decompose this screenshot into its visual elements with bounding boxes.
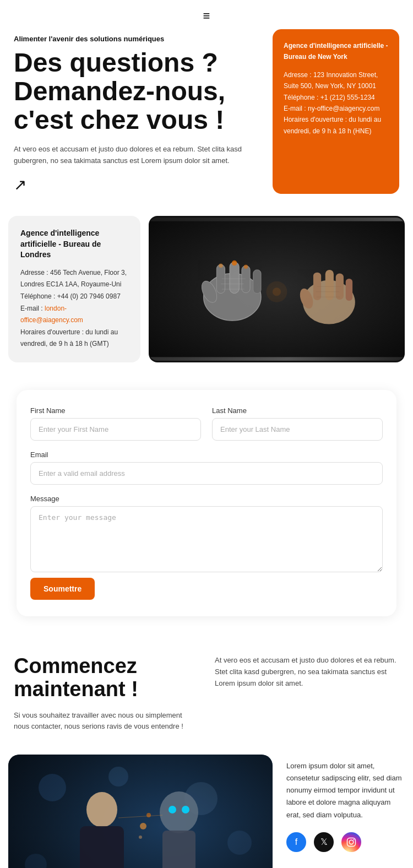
first-name-group: First Name [30, 406, 201, 441]
cta-title: Commencez maintenant ! [14, 655, 198, 701]
svg-rect-17 [346, 279, 352, 301]
ny-card-email: E-mail : ny-office@aiagency.com [284, 103, 388, 114]
contact-form-section: First Name Last Name Email Message Soume… [0, 362, 413, 616]
svg-point-23 [273, 287, 281, 296]
ny-office-card: Agence d'intelligence artificielle - Bur… [273, 29, 399, 194]
email-input[interactable] [30, 462, 383, 485]
ny-card-phone: Téléphone : +1 (212) 555-1234 [284, 92, 388, 103]
hero-subtitle: Alimenter l'avenir des solutions numériq… [14, 35, 264, 43]
hero-arrow-link[interactable]: ↗ [14, 176, 26, 194]
twitter-icon[interactable]: 𝕏 [314, 832, 334, 852]
svg-point-8 [219, 264, 223, 268]
ny-card-address: Adresse : 123 Innovation Street, Suite 5… [284, 69, 388, 92]
arrow-icon: ↗ [14, 176, 26, 193]
facebook-icon[interactable]: f [286, 832, 306, 852]
svg-rect-31 [80, 826, 124, 868]
bottom-right-content: Lorem ipsum dolor sit amet, consetetur s… [284, 755, 405, 868]
submit-button[interactable]: Soumettre [30, 578, 95, 600]
svg-point-32 [160, 791, 198, 833]
svg-point-36 [140, 823, 146, 829]
svg-rect-2 [230, 262, 239, 294]
ny-card-title: Agence d'intelligence artificielle - Bur… [284, 40, 388, 63]
svg-rect-4 [242, 265, 250, 292]
london-card-hours: Horaires d'ouverture : du lundi au vendr… [20, 327, 128, 350]
cta-section: Commencez maintenant ! Si vous souhaitez… [0, 633, 413, 755]
bottom-image [8, 755, 273, 868]
first-name-label: First Name [30, 406, 201, 415]
svg-rect-33 [162, 831, 195, 868]
last-name-label: Last Name [212, 406, 383, 415]
london-card-address: Adresse : 456 Tech Avenue, Floor 3, Lond… [20, 267, 128, 291]
hamburger-icon[interactable]: ≡ [203, 9, 210, 23]
london-card-title: Agence d'intelligence artificielle - Bur… [20, 228, 128, 261]
offices-section: Agence d'intelligence artificielle - Bur… [0, 194, 413, 362]
last-name-group: Last Name [212, 406, 383, 441]
email-label: Email [30, 451, 383, 459]
svg-point-9 [244, 264, 248, 269]
svg-point-26 [108, 767, 128, 786]
london-card-email: E-mail : london-office@aiagency.com [20, 303, 128, 327]
hero-description: At vero eos et accusam et justo duo dolo… [14, 144, 245, 167]
last-name-input[interactable] [212, 418, 383, 441]
svg-point-35 [182, 806, 189, 813]
svg-point-34 [169, 806, 176, 813]
cta-right-text: At vero eos et accusam et justo duo dolo… [215, 655, 399, 689]
svg-point-37 [146, 813, 151, 817]
svg-point-41 [349, 840, 354, 844]
message-textarea[interactable] [30, 506, 383, 572]
bottom-section: Lorem ipsum dolor sit amet, consetetur s… [0, 755, 413, 868]
hero-title: Des questions ? Demandez-nous, c'est che… [14, 48, 264, 134]
robot-hand-image [149, 216, 405, 362]
hero-section: Alimenter l'avenir des solutions numériq… [0, 32, 413, 194]
svg-point-42 [353, 839, 354, 840]
message-label: Message [30, 495, 383, 503]
london-office-card: Agence d'intelligence artificielle - Bur… [8, 216, 140, 362]
svg-rect-15 [313, 273, 321, 300]
svg-point-38 [139, 836, 142, 839]
instagram-icon[interactable] [341, 832, 361, 852]
svg-point-28 [227, 831, 252, 855]
svg-point-25 [39, 774, 66, 801]
svg-rect-14 [325, 270, 334, 300]
bottom-text: Lorem ipsum dolor sit amet, consetetur s… [286, 760, 402, 821]
svg-point-7 [232, 261, 237, 265]
message-group: Message [30, 495, 383, 572]
cta-description: Si vous souhaitez travailler avec nous o… [14, 710, 198, 733]
email-group: Email [30, 451, 383, 485]
svg-point-30 [86, 792, 117, 827]
first-name-input[interactable] [30, 418, 201, 441]
ny-card-hours: Horaires d'ouverture : du lundi au vendr… [284, 114, 388, 137]
svg-rect-5 [253, 270, 261, 294]
nav: ≡ [0, 0, 413, 32]
london-card-phone: Téléphone : +44 (0) 20 7946 0987 [20, 291, 128, 303]
